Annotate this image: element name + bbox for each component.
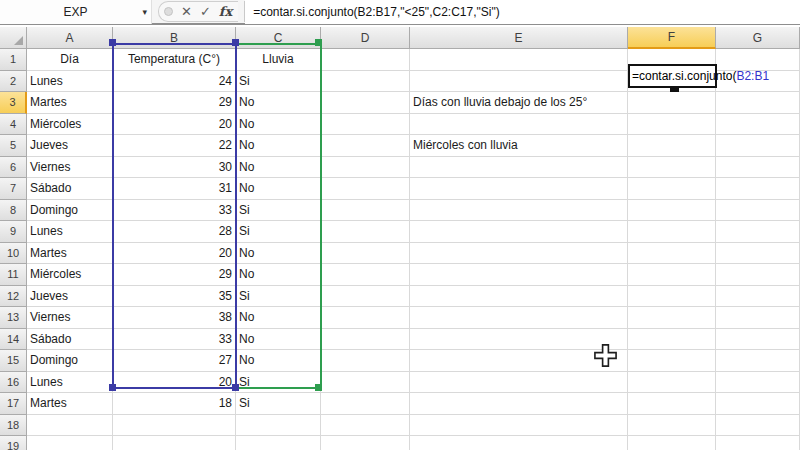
cell-B14[interactable]: 33 [113,329,236,351]
cell-C13[interactable]: No [236,307,321,329]
cell-A10[interactable]: Martes [27,243,113,265]
cell-F5[interactable] [628,135,716,157]
cell-B8[interactable]: 33 [113,200,236,222]
row-header-8[interactable]: 8 [0,200,27,222]
cell-F18[interactable] [628,415,716,437]
cell-B4[interactable]: 20 [113,114,236,136]
cell-C8[interactable]: Si [236,200,321,222]
cell-D3[interactable] [321,92,410,114]
cell-E2[interactable] [410,71,628,93]
cell-G10[interactable] [716,243,800,265]
cell-B2[interactable]: 24 [113,71,236,93]
enter-icon[interactable]: ✓ [200,1,211,22]
cell-A17[interactable]: Martes [27,393,113,415]
cell-A11[interactable]: Miércoles [27,264,113,286]
insert-function-icon[interactable]: fx [219,4,232,19]
cell-G19[interactable] [716,436,800,450]
cell-C14[interactable]: No [236,329,321,351]
cancel-icon[interactable]: ✕ [181,1,192,22]
cell-G12[interactable] [716,286,800,308]
row-header-2[interactable]: 2 [0,71,27,93]
cell-A4[interactable]: Miércoles [27,114,113,136]
cell-E3[interactable]: Días con lluvia debajo de los 25° [410,92,628,114]
cell-A16[interactable]: Lunes [27,372,113,394]
cell-D18[interactable] [321,415,410,437]
cell-B18[interactable] [113,415,236,437]
cell-F8[interactable] [628,200,716,222]
column-header-E[interactable]: E [410,27,628,49]
column-header-G[interactable]: G [716,27,800,49]
row-header-6[interactable]: 6 [0,157,27,179]
cell-A6[interactable]: Viernes [27,157,113,179]
cell-F7[interactable] [628,178,716,200]
cell-E16[interactable] [410,372,628,394]
cell-C12[interactable]: Si [236,286,321,308]
row-header-5[interactable]: 5 [0,135,27,157]
row-header-14[interactable]: 14 [0,329,27,351]
cell-E1[interactable] [410,49,628,71]
cell-C6[interactable]: No [236,157,321,179]
row-header-1[interactable]: 1 [0,49,27,71]
cell-E8[interactable] [410,200,628,222]
cell-A19[interactable] [27,436,113,450]
row-header-16[interactable]: 16 [0,372,27,394]
cell-D5[interactable] [321,135,410,157]
cell-E9[interactable] [410,221,628,243]
cell-E15[interactable] [410,350,628,372]
cell-D10[interactable] [321,243,410,265]
cell-E14[interactable] [410,329,628,351]
cell-E19[interactable] [410,436,628,450]
cell-A8[interactable]: Domingo [27,200,113,222]
column-header-F[interactable]: F [628,27,716,49]
name-box[interactable]: EXP ▾ [0,0,152,24]
cell-C1[interactable]: Lluvia [236,49,321,71]
cell-B13[interactable]: 38 [113,307,236,329]
cell-F13[interactable] [628,307,716,329]
cell-D12[interactable] [321,286,410,308]
cell-G13[interactable] [716,307,800,329]
cell-G1[interactable] [716,49,800,71]
cell-D7[interactable] [321,178,410,200]
row-header-18[interactable]: 18 [0,415,27,437]
cell-A18[interactable] [27,415,113,437]
row-header-15[interactable]: 15 [0,350,27,372]
cell-B3[interactable]: 29 [113,92,236,114]
cell-D13[interactable] [321,307,410,329]
cell-C19[interactable] [236,436,321,450]
cell-C15[interactable]: No [236,350,321,372]
select-all-corner[interactable] [0,27,27,49]
row-header-12[interactable]: 12 [0,286,27,308]
cell-E6[interactable] [410,157,628,179]
cell-G5[interactable] [716,135,800,157]
cell-F17[interactable] [628,393,716,415]
cell-D4[interactable] [321,114,410,136]
cell-F16[interactable] [628,372,716,394]
cell-B7[interactable]: 31 [113,178,236,200]
cell-C17[interactable]: Si [236,393,321,415]
name-box-dropdown-icon[interactable]: ▾ [142,0,147,24]
cell-C7[interactable]: No [236,178,321,200]
row-header-19[interactable]: 19 [0,436,27,450]
cell-G9[interactable] [716,221,800,243]
cell-A12[interactable]: Jueves [27,286,113,308]
row-header-9[interactable]: 9 [0,221,27,243]
cell-G8[interactable] [716,200,800,222]
cell-B17[interactable]: 18 [113,393,236,415]
cell-F10[interactable] [628,243,716,265]
cell-F14[interactable] [628,329,716,351]
cell-F6[interactable] [628,157,716,179]
cell-A7[interactable]: Sábado [27,178,113,200]
cell-B1[interactable]: Temperatura (C°) [113,49,236,71]
cell-E11[interactable] [410,264,628,286]
cell-B16[interactable]: 20 [113,372,236,394]
cell-C2[interactable]: Si [236,71,321,93]
cell-B6[interactable]: 30 [113,157,236,179]
cell-G18[interactable] [716,415,800,437]
column-header-C[interactable]: C [236,27,321,49]
cell-A3[interactable]: Martes [27,92,113,114]
row-header-13[interactable]: 13 [0,307,27,329]
cell-C5[interactable]: No [236,135,321,157]
row-header-7[interactable]: 7 [0,178,27,200]
cell-F11[interactable] [628,264,716,286]
cell-G3[interactable] [716,92,800,114]
